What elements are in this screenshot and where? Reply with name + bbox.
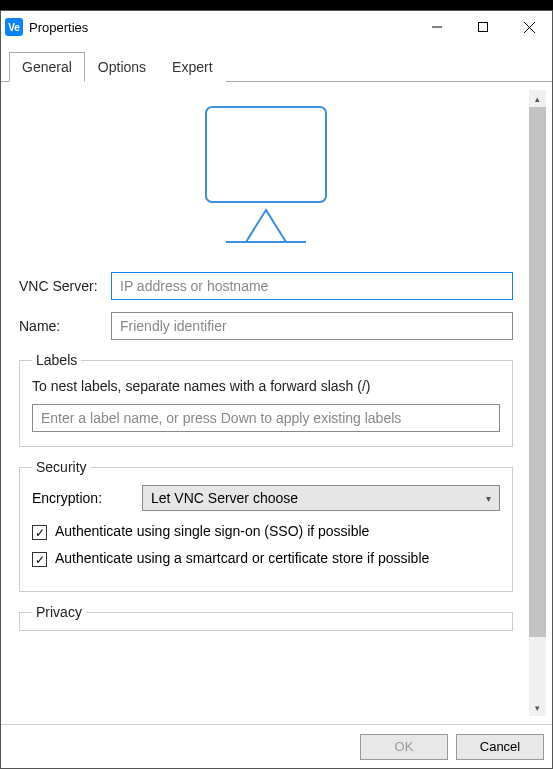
window-controls: [414, 11, 552, 43]
sso-label: Authenticate using single sign-on (SSO) …: [55, 523, 369, 539]
svg-rect-1: [479, 23, 488, 32]
dialog-footer: OK Cancel: [1, 724, 552, 768]
vertical-scrollbar[interactable]: ▴ ▾: [529, 90, 546, 716]
labels-input[interactable]: [32, 404, 500, 432]
tab-expert[interactable]: Expert: [159, 52, 225, 82]
titlebar: Ve Properties: [1, 11, 552, 43]
privacy-legend: Privacy: [32, 604, 86, 620]
security-legend: Security: [32, 459, 91, 475]
tab-bar: General Options Expert: [1, 43, 552, 82]
tab-content: VNC Server: Name: Labels To nest labels,…: [9, 82, 529, 724]
labels-group: Labels To nest labels, separate names wi…: [19, 352, 513, 447]
smartcard-label: Authenticate using a smartcard or certif…: [55, 550, 429, 566]
scroll-up-icon[interactable]: ▴: [529, 90, 546, 107]
cancel-button[interactable]: Cancel: [456, 734, 544, 760]
chevron-down-icon: ▾: [486, 493, 491, 504]
monitor-icon: [19, 92, 513, 272]
encryption-label: Encryption:: [32, 490, 142, 506]
encryption-value: Let VNC Server choose: [151, 490, 298, 506]
labels-hint: To nest labels, separate names with a fo…: [32, 378, 500, 394]
name-input[interactable]: [111, 312, 513, 340]
tab-general[interactable]: General: [9, 52, 85, 82]
security-group: Security Encryption: Let VNC Server choo…: [19, 459, 513, 592]
properties-window: Ve Properties General Options Expert: [0, 10, 553, 769]
vnc-server-label: VNC Server:: [19, 278, 111, 294]
tab-options[interactable]: Options: [85, 52, 159, 82]
vnc-server-input[interactable]: [111, 272, 513, 300]
svg-rect-4: [206, 107, 326, 202]
smartcard-checkbox[interactable]: ✓: [32, 552, 47, 567]
labels-legend: Labels: [32, 352, 81, 368]
window-title: Properties: [29, 20, 414, 35]
scroll-thumb[interactable]: [529, 107, 546, 637]
name-label: Name:: [19, 318, 111, 334]
encryption-dropdown[interactable]: Let VNC Server choose ▾: [142, 485, 500, 511]
privacy-group: Privacy: [19, 604, 513, 631]
maximize-button[interactable]: [460, 11, 506, 43]
sso-checkbox[interactable]: ✓: [32, 525, 47, 540]
svg-marker-5: [246, 210, 286, 242]
ok-button[interactable]: OK: [360, 734, 448, 760]
scroll-down-icon[interactable]: ▾: [529, 699, 546, 716]
app-icon: Ve: [5, 18, 23, 36]
close-button[interactable]: [506, 11, 552, 43]
minimize-button[interactable]: [414, 11, 460, 43]
